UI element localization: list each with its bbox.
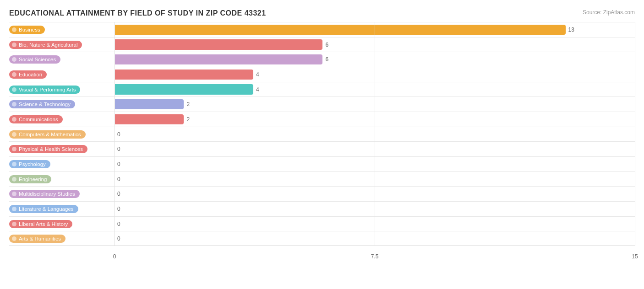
bar-label-text: Arts & Humanities — [19, 236, 61, 241]
bar-label-pill: Business — [9, 26, 45, 34]
bar-label-pill: Computers & Mathematics — [9, 130, 86, 139]
bar-label-pill: Education — [9, 70, 47, 79]
bar-row: Computers & Mathematics0 — [9, 127, 635, 142]
bar-row: Communications2 — [9, 112, 635, 127]
bar-row: Visual & Performing Arts4 — [9, 82, 635, 97]
bar-row: Bio, Nature & Agricultural6 — [9, 37, 635, 52]
chart-source: Source: ZipAtlas.com — [583, 9, 635, 16]
bar-value-label: 0 — [117, 176, 120, 182]
bar-row: Liberal Arts & History0 — [9, 216, 635, 231]
pill-dot — [12, 132, 16, 137]
bar-label-pill: Social Sciences — [9, 55, 60, 64]
bar-label-text: Communications — [19, 117, 58, 122]
bar-label-pill: Science & Technology — [9, 100, 75, 108]
axis-label-0: 0 — [113, 253, 116, 260]
bar-label-pill: Visual & Performing Arts — [9, 86, 80, 94]
bar-label-text: Science & Technology — [19, 102, 71, 107]
bars-section: Business13Bio, Nature & Agricultural6Soc… — [9, 22, 635, 246]
x-axis-line — [9, 246, 635, 246]
grid-line-0 — [115, 22, 115, 246]
pill-dot — [12, 147, 16, 151]
bar-value-label: 0 — [117, 206, 120, 212]
bar-label-text: Visual & Performing Arts — [19, 87, 76, 92]
bar-value-label: 4 — [256, 71, 259, 78]
bar-row: Engineering0 — [9, 171, 635, 187]
bar-label-container: Science & Technology — [9, 97, 115, 112]
axis-label-mid: 7.5 — [371, 253, 379, 260]
bar-label-text: Bio, Nature & Agricultural — [19, 42, 77, 48]
bar-fill — [115, 54, 322, 64]
bar-label-pill: Engineering — [9, 175, 51, 183]
pill-dot — [12, 222, 16, 226]
grid-line-max — [635, 22, 635, 246]
bar-label-container: Education — [9, 67, 115, 82]
chart-container: EDUCATIONAL ATTAINMENT BY FIELD OF STUDY… — [0, 0, 644, 289]
bar-row: Business13 — [9, 22, 635, 37]
bar-value-label: 0 — [117, 146, 120, 152]
bar-label-pill: Multidisciplinary Studies — [9, 190, 80, 198]
bar-value-label: 0 — [117, 235, 120, 242]
bar-value-label: 13 — [568, 27, 574, 33]
pill-dot — [12, 117, 16, 122]
pill-dot — [12, 177, 16, 182]
pill-dot — [12, 207, 16, 211]
bar-label-container: Engineering — [9, 172, 115, 187]
bar-label-container: Social Sciences — [9, 52, 115, 67]
bar-label-text: Psychology — [19, 161, 46, 167]
pill-dot — [12, 162, 16, 166]
bar-label-text: Education — [19, 72, 42, 77]
bar-fill — [115, 99, 184, 109]
bar-value-label: 0 — [117, 221, 120, 227]
bar-row: Psychology0 — [9, 156, 635, 171]
chart-area: Business13Bio, Nature & Agricultural6Soc… — [9, 22, 635, 264]
bar-label-container: Business — [9, 22, 115, 37]
bar-label-container: Arts & Humanities — [9, 231, 115, 246]
bar-label-container: Visual & Performing Arts — [9, 82, 115, 97]
axis-label-max: 15 — [632, 253, 638, 260]
bar-label-text: Physical & Health Sciences — [19, 146, 83, 152]
bar-label-text: Literature & Languages — [19, 206, 74, 212]
bar-fill — [115, 84, 253, 94]
pill-dot — [12, 236, 16, 241]
pill-dot — [12, 57, 16, 62]
bar-value-label: 2 — [186, 101, 190, 107]
bar-label-container: Communications — [9, 112, 115, 127]
bar-label-container: Bio, Nature & Agricultural — [9, 37, 115, 52]
bar-fill — [115, 39, 322, 49]
bar-label-container: Psychology — [9, 157, 115, 171]
bar-value-label: 0 — [117, 191, 120, 197]
pill-dot — [12, 102, 16, 107]
bar-row: Education4 — [9, 67, 635, 82]
bar-value-label: 6 — [325, 56, 328, 63]
bar-value-label: 0 — [117, 161, 120, 167]
bar-label-text: Social Sciences — [19, 57, 56, 62]
bar-label-container: Multidisciplinary Studies — [9, 187, 115, 201]
bar-label-text: Computers & Mathematics — [19, 132, 81, 137]
bar-value-label: 0 — [117, 131, 120, 138]
bar-value-label: 2 — [186, 116, 190, 123]
pill-dot — [12, 192, 16, 196]
bar-value-label: 6 — [325, 42, 328, 48]
bar-label-pill: Communications — [9, 115, 63, 123]
bar-label-container: Physical & Health Sciences — [9, 142, 115, 156]
bar-label-pill: Literature & Languages — [9, 205, 78, 213]
chart-title: EDUCATIONAL ATTAINMENT BY FIELD OF STUDY… — [9, 9, 635, 17]
bar-row: Arts & Humanities0 — [9, 231, 635, 246]
bar-label-container: Literature & Languages — [9, 202, 115, 216]
bar-fill — [115, 25, 566, 35]
bar-fill — [115, 114, 184, 124]
bar-label-pill: Physical & Health Sciences — [9, 145, 87, 153]
bar-label-text: Business — [19, 27, 40, 32]
pill-dot — [12, 72, 16, 77]
bar-row: Social Sciences6 — [9, 52, 635, 67]
pill-dot — [12, 87, 16, 92]
bar-label-container: Computers & Mathematics — [9, 127, 115, 142]
pill-dot — [12, 27, 16, 32]
bar-label-text: Liberal Arts & History — [19, 221, 68, 227]
bar-label-text: Multidisciplinary Studies — [19, 191, 75, 197]
grid-line-mid — [375, 22, 375, 246]
bar-value-label: 4 — [256, 86, 259, 93]
bar-label-text: Engineering — [19, 177, 47, 182]
bar-row: Science & Technology2 — [9, 96, 635, 112]
bar-label-pill: Arts & Humanities — [9, 235, 65, 243]
